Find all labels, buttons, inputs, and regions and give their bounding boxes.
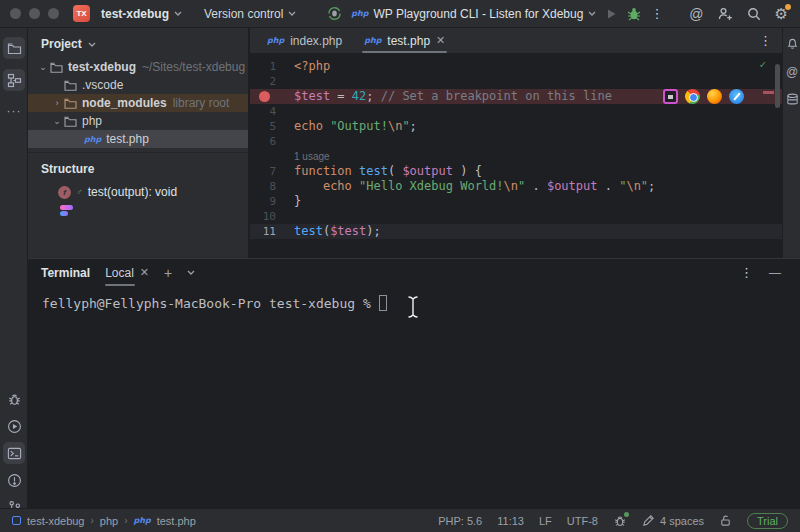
code-line[interactable]: 1<?php — [250, 59, 782, 74]
gutter-line-number[interactable]: 11 — [250, 224, 276, 239]
gutter-line-number[interactable]: 6 — [250, 134, 276, 149]
tree-item-root[interactable]: ⌄ test-xdebug ~/Sites/test-xdebug — [28, 58, 248, 76]
close-window-button[interactable] — [10, 8, 21, 19]
project-panel-title: Project — [41, 37, 82, 51]
run-configuration-selector[interactable]: php WP Playground CLI - Listen for Xdebu… — [351, 7, 596, 21]
gutter-line-number[interactable]: 7 — [250, 164, 276, 179]
tree-item-node-modules[interactable]: › node_modules library root — [28, 94, 248, 112]
php-version-widget[interactable]: PHP: 5.6 — [438, 515, 482, 527]
settings-gear-icon[interactable]: ⚙ — [775, 6, 788, 21]
code-token: = — [330, 89, 352, 103]
terminal-tab-local[interactable]: Local ✕ — [105, 259, 149, 286]
run-tool-icon[interactable] — [3, 415, 25, 437]
code-line[interactable]: 1 usage — [250, 149, 782, 164]
editor-options-icon[interactable]: ⋮ — [759, 33, 772, 48]
gutter-line-number[interactable]: 8 — [250, 179, 276, 194]
tree-item-php-folder[interactable]: ⌄ php — [28, 112, 248, 130]
chevron-collapsed-icon[interactable]: › — [50, 98, 64, 108]
terminal-dropdown-icon[interactable] — [187, 270, 195, 275]
encoding-widget[interactable]: UTF-8 — [567, 515, 598, 527]
gutter-line-number[interactable]: 5 — [250, 119, 276, 134]
titlebar: TX test-xdebug Version control php WP Pl… — [0, 0, 800, 28]
project-widget[interactable]: test-xdebug — [97, 7, 186, 21]
breadcrumb-file[interactable]: test.php — [157, 515, 196, 527]
zoom-window-button[interactable] — [48, 8, 59, 19]
indent-widget[interactable]: 4 spaces — [642, 514, 704, 527]
gutter-line-number[interactable]: 1 — [250, 59, 276, 74]
structure-item-playground[interactable] — [28, 201, 248, 219]
run-button[interactable] — [604, 7, 618, 21]
new-terminal-icon[interactable]: + — [164, 265, 172, 281]
project-panel-header[interactable]: Project — [28, 28, 248, 58]
code-line[interactable]: 7function test( $output ) { — [250, 164, 782, 179]
chevron-down-icon — [288, 11, 296, 16]
vcs-widget[interactable]: Version control — [200, 7, 300, 21]
more-run-options-icon[interactable]: ⋮ — [650, 6, 663, 21]
code-line[interactable]: 6 — [250, 134, 782, 149]
terminal-tool-icon[interactable] — [3, 442, 25, 464]
structure-tool-icon[interactable] — [3, 69, 25, 91]
code-line[interactable]: 10 — [250, 209, 782, 224]
code-line[interactable]: 5echo "Output!\n"; — [250, 119, 782, 134]
code-editor[interactable]: 1<?php2$test = 42; // Set a breakpoint o… — [250, 54, 782, 258]
code-token: "Hello Xdebug World! — [359, 179, 504, 193]
code-line[interactable]: 2 — [250, 74, 782, 89]
structure-item-function[interactable]: f ♂ test(output): void — [28, 183, 248, 201]
tab-test-php[interactable]: php test.php ✕ — [353, 28, 456, 53]
code-line[interactable]: 4 — [250, 104, 782, 119]
minimize-window-button[interactable] — [29, 8, 40, 19]
code-line[interactable]: 8 echo "Hello Xdebug World!\n" . $output… — [250, 179, 782, 194]
hide-terminal-icon[interactable]: — — [769, 266, 781, 280]
debug-restart-icon[interactable] — [326, 5, 343, 22]
close-terminal-tab-icon[interactable]: ✕ — [140, 266, 149, 279]
code-token: } — [294, 194, 301, 208]
more-tool-windows-icon[interactable]: ··· — [3, 100, 25, 122]
code-line-text: } — [294, 194, 301, 209]
gutter-line-number[interactable] — [250, 149, 276, 164]
function-icon: f — [58, 186, 71, 199]
database-tool-icon[interactable] — [784, 91, 800, 107]
safari-icon[interactable] — [729, 89, 744, 104]
line-separator-widget[interactable]: LF — [539, 515, 552, 527]
ai-assistant-tool-icon[interactable]: @ — [784, 64, 800, 80]
tree-item-test-php[interactable]: php test.php — [28, 130, 248, 148]
chevron-expanded-icon[interactable]: ⌄ — [50, 116, 64, 126]
structure-panel-header[interactable]: Structure — [28, 153, 248, 183]
gutter-line-number[interactable]: 10 — [250, 209, 276, 224]
gutter-line-number[interactable]: 4 — [250, 104, 276, 119]
code-line[interactable]: 11test($test); — [250, 224, 782, 239]
ai-assistant-icon[interactable]: @ — [689, 6, 703, 22]
gutter-line-number[interactable]: 9 — [250, 194, 276, 209]
code-with-me-icon[interactable] — [717, 6, 733, 22]
run-toolbar: php WP Playground CLI - Listen for Xdebu… — [326, 5, 663, 22]
builtin-preview-icon[interactable] — [663, 89, 678, 104]
search-everywhere-icon[interactable] — [746, 6, 762, 22]
gutter-breakpoint[interactable] — [250, 89, 276, 104]
xdebug-listening-icon[interactable] — [613, 514, 627, 528]
caret-position-widget[interactable]: 11:13 — [497, 515, 524, 527]
tree-item-vscode[interactable]: .vscode — [28, 76, 248, 94]
chrome-icon[interactable] — [685, 89, 700, 104]
project-tool-icon[interactable] — [3, 37, 25, 59]
notifications-bell-icon[interactable] — [784, 35, 800, 51]
usage-inlay-hint[interactable]: 1 usage — [294, 151, 330, 162]
breadcrumb-project[interactable]: test-xdebug — [27, 515, 84, 527]
breakpoint-dot[interactable] — [259, 91, 270, 102]
problems-tool-icon[interactable] — [3, 469, 25, 491]
debug-button[interactable] — [626, 6, 642, 22]
firefox-icon[interactable] — [707, 89, 722, 104]
inspections-ok-icon[interactable]: ✓ — [759, 57, 766, 72]
code-line[interactable]: 9} — [250, 194, 782, 209]
readonly-lock-icon[interactable] — [719, 514, 732, 527]
debug-tool-icon[interactable] — [3, 388, 25, 410]
trial-badge[interactable]: Trial — [747, 513, 788, 529]
close-tab-icon[interactable]: ✕ — [436, 34, 445, 47]
editor-scrollbar[interactable] — [775, 64, 780, 108]
breadcrumb-folder[interactable]: php — [100, 515, 118, 527]
chevron-expanded-icon[interactable]: ⌄ — [36, 62, 50, 72]
code-token: ; — [410, 119, 417, 133]
tab-index-php[interactable]: php index.php — [256, 28, 353, 53]
terminal-options-icon[interactable]: ⋮ — [740, 265, 753, 280]
main-area: ··· Project ⌄ — [0, 28, 800, 508]
gutter-line-number[interactable]: 2 — [250, 74, 276, 89]
